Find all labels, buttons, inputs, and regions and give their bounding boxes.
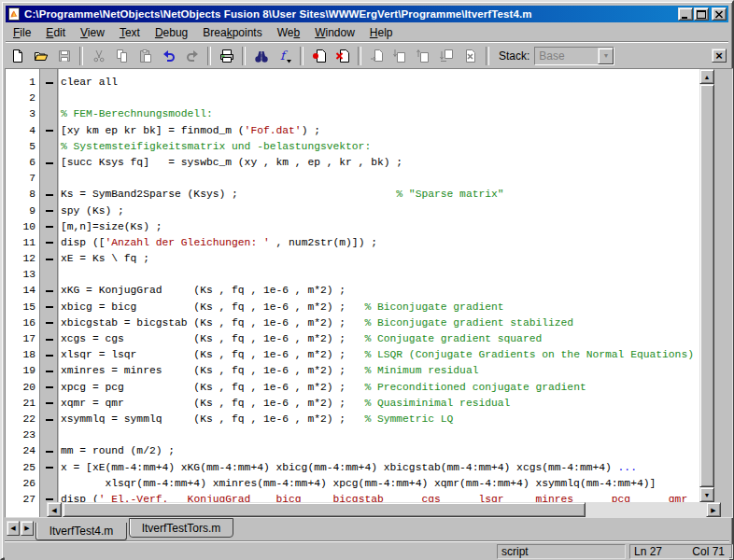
code-line[interactable]: xbicg = bicg (Ks , fq , 1e-6 , m*2) ; % … bbox=[61, 300, 699, 315]
scrollbar-horizontal[interactable]: ◀ ▶ bbox=[47, 502, 721, 517]
horizontal-scroll-thumb[interactable] bbox=[63, 502, 586, 517]
breakpoint-cell[interactable] bbox=[41, 300, 57, 315]
open-file-button[interactable] bbox=[29, 45, 52, 66]
code-line[interactable]: xqmr = qmr (Ks , fq , 1e-6 , m*2) ; % Qu… bbox=[61, 396, 699, 412]
code-line[interactable]: clear all bbox=[61, 75, 699, 91]
code-line[interactable] bbox=[61, 427, 699, 443]
print-button[interactable] bbox=[215, 45, 238, 66]
code-line[interactable]: xcgs = cgs (Ks , fq , 1e-6 , m*2) ; % Co… bbox=[61, 331, 699, 347]
code-line[interactable]: [m,n]=size(Ks) ; bbox=[61, 219, 699, 235]
menu-item-debug[interactable]: Debug bbox=[148, 25, 195, 40]
breakpoint-cell[interactable] bbox=[41, 75, 57, 91]
breakpoint-cell[interactable] bbox=[41, 412, 57, 427]
breakpoint-cell[interactable] bbox=[41, 155, 57, 171]
scroll-left-button[interactable]: ◀ bbox=[47, 502, 62, 517]
code-segment-code: disp ( bbox=[61, 494, 99, 502]
scroll-right-button[interactable]: ▶ bbox=[706, 502, 721, 517]
minimize-button[interactable] bbox=[678, 7, 693, 21]
breakpoint-cell[interactable] bbox=[41, 219, 57, 235]
title-bar[interactable]: C:\Programme\NetObjects\NetObjects Fusio… bbox=[6, 6, 728, 22]
breakpoint-cell[interactable] bbox=[41, 460, 57, 476]
code-line[interactable]: disp (['Anzahl der Gleichungen: ' , num2… bbox=[61, 235, 699, 251]
code-line[interactable] bbox=[61, 267, 699, 283]
menu-item-help[interactable]: Help bbox=[362, 25, 401, 40]
code-line[interactable]: xbicgstab = bicgstab (Ks , fq , 1e-6 , m… bbox=[61, 315, 699, 331]
code-line[interactable]: [succ Ksys fq] = syswbc_m (xy , km , ep … bbox=[61, 155, 699, 171]
new-file-button[interactable] bbox=[6, 45, 29, 66]
breakpoint-cell[interactable] bbox=[41, 235, 57, 251]
code-line[interactable]: xKG = KonjugGrad (Ks , fq , 1e-6 , m*2) … bbox=[61, 283, 699, 299]
breakpoint-cell[interactable] bbox=[41, 203, 57, 219]
code-line[interactable]: mm = round (m/2) ; bbox=[61, 443, 699, 459]
menu-item-edit[interactable]: Edit bbox=[38, 25, 73, 40]
find-button[interactable] bbox=[249, 45, 273, 66]
code-segment-comment: % Minimum residual bbox=[346, 365, 478, 376]
executable-line-dash-icon bbox=[46, 162, 53, 164]
close-icon: × bbox=[715, 49, 723, 62]
breakpoint-cell[interactable] bbox=[41, 187, 57, 203]
tab-scroll-left-button[interactable]: ◀ bbox=[7, 521, 20, 536]
code-line[interactable]: % Systemsteifigkeitsmatrix und -belastun… bbox=[61, 139, 699, 155]
breakpoint-cell[interactable] bbox=[41, 380, 57, 396]
code-segment-comment: % Biconjugate gradient stabilized bbox=[346, 317, 573, 329]
tab-itverftesttors-m[interactable]: ItverfTestTors.m bbox=[129, 518, 233, 538]
breakpoint-cell[interactable] bbox=[41, 171, 57, 187]
breakpoint-cell[interactable] bbox=[41, 139, 57, 155]
executable-line-dash-icon bbox=[46, 355, 53, 357]
code-line[interactable]: xE = Ks \ fq ; bbox=[61, 251, 699, 267]
breakpoint-cell[interactable] bbox=[41, 267, 57, 283]
undo-button[interactable] bbox=[157, 45, 180, 66]
print-icon bbox=[219, 49, 234, 63]
code-line[interactable]: xlsqr = lsqr (Ks , fq , 1e-6 , m*2) ; % … bbox=[61, 347, 699, 363]
editor-window: C:\Programme\NetObjects\NetObjects Fusio… bbox=[0, 0, 734, 560]
menu-item-breakpoints[interactable]: Breakpoints bbox=[195, 25, 269, 40]
tab-scroll-right-button[interactable]: ▶ bbox=[21, 521, 34, 536]
code-line[interactable]: % FEM-Berechnungsmodell: bbox=[61, 106, 699, 122]
breakpoint-cell[interactable] bbox=[41, 427, 57, 443]
code-line[interactable] bbox=[61, 171, 699, 187]
breakpoint-clear-all-button[interactable] bbox=[331, 45, 354, 66]
tab-itverftest4-m[interactable]: ItverfTest4.m bbox=[35, 523, 127, 540]
toolbar-close-button[interactable]: × bbox=[712, 49, 727, 63]
vertical-scroll-thumb[interactable] bbox=[699, 84, 714, 487]
breakpoint-cell[interactable] bbox=[41, 315, 57, 331]
breakpoint-cell[interactable] bbox=[41, 106, 57, 122]
code-line[interactable]: Ks = SymBand2Sparse (Ksys) ; % "Sparse m… bbox=[61, 187, 699, 203]
function-button[interactable]: f bbox=[273, 45, 296, 66]
scroll-down-button[interactable]: ▼ bbox=[699, 487, 714, 502]
breakpoint-cell[interactable] bbox=[41, 396, 57, 412]
toolbar-buttons: f bbox=[6, 43, 493, 68]
menu-item-window[interactable]: Window bbox=[307, 25, 362, 40]
scroll-up-button[interactable]: ▲ bbox=[699, 69, 714, 84]
code-line[interactable]: xpcg = pcg (Ks , fq , 1e-6 , m*2) ; % Pr… bbox=[61, 380, 699, 396]
code-line[interactable] bbox=[61, 91, 699, 106]
menu-item-web[interactable]: Web bbox=[270, 25, 307, 40]
code-line[interactable]: x = [xE(mm-4:mm+4) xKG(mm-4:mm+4) xbicg(… bbox=[61, 460, 699, 476]
menu-item-view[interactable]: View bbox=[73, 25, 112, 40]
breakpoint-cell[interactable] bbox=[41, 363, 57, 379]
line-number: 24 bbox=[6, 443, 39, 459]
breakpoint-cell[interactable] bbox=[41, 331, 57, 347]
code-line[interactable]: disp (' El.-Verf. KonjugGrad bicg bicgst… bbox=[61, 492, 699, 502]
breakpoint-cell[interactable] bbox=[41, 443, 57, 459]
breakpoint-cell[interactable] bbox=[41, 123, 57, 139]
scrollbar-vertical[interactable]: ▲ ▼ bbox=[699, 69, 714, 502]
code-area[interactable]: clear all% FEM-Berechnungsmodell:[xy km … bbox=[59, 69, 699, 502]
menu-item-file[interactable]: File bbox=[6, 25, 38, 40]
breakpoint-cell[interactable] bbox=[41, 283, 57, 299]
breakpoint-cell[interactable] bbox=[41, 347, 57, 363]
close-button[interactable] bbox=[712, 7, 727, 21]
code-line[interactable]: xsymmlq = symmlq (Ks , fq , 1e-6 , m*2) … bbox=[61, 412, 699, 427]
menu-item-text[interactable]: Text bbox=[112, 25, 148, 40]
code-line[interactable]: xlsqr(mm-4:mm+4) xminres(mm-4:mm+4) xpcg… bbox=[61, 476, 699, 492]
gutter-breakpoints[interactable] bbox=[41, 69, 58, 517]
breakpoint-cell[interactable] bbox=[41, 476, 57, 492]
code-line[interactable]: spy (Ks) ; bbox=[61, 203, 699, 219]
breakpoint-set-button[interactable] bbox=[307, 45, 331, 66]
breakpoint-cell[interactable] bbox=[41, 91, 57, 106]
code-line[interactable]: xminres = minres (Ks , fq , 1e-6 , m*2) … bbox=[61, 363, 699, 379]
maximize-button[interactable] bbox=[694, 7, 709, 21]
code-line[interactable]: [xy km ep kr bk] = finmod_m ('Fof.dat') … bbox=[61, 123, 699, 139]
breakpoint-cell[interactable] bbox=[41, 251, 57, 267]
code-segment-code: xKG = KonjugGrad (Ks , fq , 1e-6 , m*2) … bbox=[61, 285, 346, 296]
